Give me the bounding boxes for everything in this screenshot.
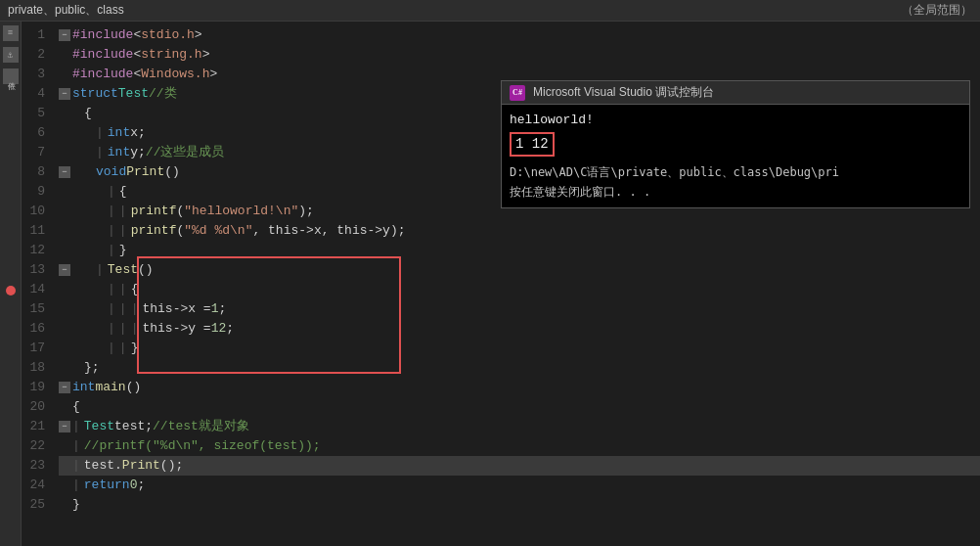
code-line: − int main() <box>59 378 980 397</box>
code-line: | | { <box>59 280 980 299</box>
console-title-text: Microsoft Visual Studio 调试控制台 <box>533 84 714 101</box>
code-line: − #include<stdio.h> <box>59 25 980 45</box>
code-line: | | | this->y = 12; <box>59 319 980 339</box>
console-window[interactable]: C# Microsoft Visual Studio 调试控制台 hellowo… <box>501 80 970 208</box>
code-line: − | Test test;//test就是对象 <box>59 417 980 436</box>
collapse-19[interactable]: − <box>59 382 70 393</box>
code-line: | return 0; <box>59 476 980 495</box>
code-line: | //printf("%d\n", sizeof(test)); <box>59 436 980 456</box>
code-line: | } <box>59 241 980 260</box>
console-output-1: helloworld! <box>510 111 961 130</box>
console-output-2-wrapper: 1 12 <box>510 130 961 159</box>
code-line: | | } <box>59 339 980 358</box>
top-bar: private、public、class （全局范围） <box>0 0 980 22</box>
line-numbers: 12345 678910 1112131415 1617181920 21222… <box>22 22 51 546</box>
code-line: { <box>59 397 980 417</box>
sidebar-icon-3[interactable]: 依件 <box>3 68 19 84</box>
code-line: − | Test() <box>59 260 980 280</box>
collapse-21[interactable]: − <box>59 421 70 432</box>
collapse-8[interactable]: − <box>59 166 70 178</box>
file-dropdown[interactable]: private、public、class <box>8 2 124 19</box>
sidebar-icon-1[interactable]: ≡ <box>3 25 19 41</box>
console-close-hint: 按任意键关闭此窗口. . . <box>510 182 961 202</box>
collapse-1[interactable]: − <box>59 29 70 41</box>
sidebar: ≡ ⚓ 依件 <box>0 22 22 546</box>
console-path: D:\new\AD\C语言\private、public、class\Debug… <box>510 162 961 182</box>
code-line: #include<string.h> <box>59 45 980 65</box>
editor-area: 12345 678910 1112131415 1617181920 21222… <box>22 22 980 546</box>
console-body: helloworld! 1 12 D:\new\AD\C语言\private、p… <box>502 105 969 207</box>
console-icon: C# <box>510 85 525 101</box>
code-line-highlighted: | test.Print(); <box>59 456 980 476</box>
main-window: private、public、class （全局范围） ≡ ⚓ 依件 12345… <box>0 0 980 546</box>
breakpoint-indicator <box>6 286 16 296</box>
console-title-bar: C# Microsoft Visual Studio 调试控制台 <box>502 81 969 105</box>
collapse-13[interactable]: − <box>59 264 70 276</box>
code-line: } <box>59 495 980 515</box>
sidebar-icon-2[interactable]: ⚓ <box>3 47 19 63</box>
console-output-2: 1 12 <box>515 136 549 152</box>
scope-label: （全局范围） <box>902 2 972 19</box>
code-line: | | | this->x = 1; <box>59 299 980 319</box>
code-line: | | printf("%d %d\n", this->x, this->y); <box>59 221 980 241</box>
collapse-4[interactable]: − <box>59 88 70 100</box>
code-line: }; <box>59 358 980 378</box>
console-output-box: 1 12 <box>510 132 555 157</box>
